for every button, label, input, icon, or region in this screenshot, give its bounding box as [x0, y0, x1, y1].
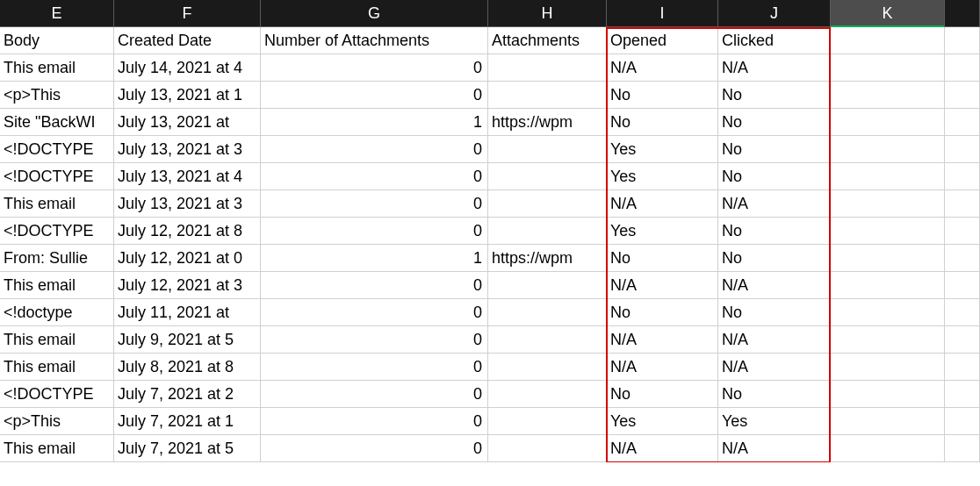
- cell[interactable]: July 8, 2021 at 8: [114, 354, 261, 381]
- column-header-E[interactable]: E: [0, 0, 114, 27]
- cell[interactable]: This email: [0, 354, 114, 381]
- cell[interactable]: [945, 245, 980, 272]
- cell[interactable]: [831, 435, 945, 462]
- cell[interactable]: [831, 326, 945, 354]
- cell[interactable]: [945, 136, 980, 163]
- cell[interactable]: <!DOCTYPE: [0, 218, 114, 245]
- cell[interactable]: Yes: [607, 408, 718, 435]
- cell[interactable]: [945, 408, 980, 435]
- cell[interactable]: [831, 136, 945, 163]
- cell[interactable]: No: [718, 136, 831, 163]
- cell[interactable]: [831, 218, 945, 245]
- cell[interactable]: 0: [261, 54, 488, 82]
- cell[interactable]: [488, 82, 607, 109]
- cell[interactable]: [488, 408, 607, 435]
- cell[interactable]: Yes: [718, 408, 831, 435]
- cell[interactable]: N/A: [718, 190, 831, 218]
- cell[interactable]: N/A: [607, 190, 718, 218]
- cell[interactable]: [945, 163, 980, 190]
- cell[interactable]: N/A: [718, 435, 831, 462]
- cell[interactable]: N/A: [607, 435, 718, 462]
- cell[interactable]: [831, 245, 945, 272]
- cell[interactable]: 0: [261, 163, 488, 190]
- cell[interactable]: July 12, 2021 at 0: [114, 245, 261, 272]
- cell[interactable]: 0: [261, 435, 488, 462]
- cell[interactable]: Opened: [607, 27, 718, 54]
- cell[interactable]: 0: [261, 218, 488, 245]
- cell[interactable]: No: [718, 299, 831, 326]
- cell[interactable]: [831, 109, 945, 136]
- cell[interactable]: Site "BackWI: [0, 109, 114, 136]
- cell[interactable]: [831, 272, 945, 299]
- cell[interactable]: [488, 354, 607, 381]
- cell[interactable]: [831, 408, 945, 435]
- cell[interactable]: N/A: [607, 354, 718, 381]
- cell[interactable]: No: [607, 381, 718, 408]
- cell[interactable]: N/A: [607, 272, 718, 299]
- cell[interactable]: 0: [261, 326, 488, 354]
- cell[interactable]: [831, 381, 945, 408]
- cell[interactable]: [945, 218, 980, 245]
- cell[interactable]: No: [718, 245, 831, 272]
- cell[interactable]: No: [718, 381, 831, 408]
- column-header-partial[interactable]: [945, 0, 980, 27]
- cell[interactable]: July 12, 2021 at 8: [114, 218, 261, 245]
- cell[interactable]: [488, 136, 607, 163]
- cell[interactable]: Yes: [607, 136, 718, 163]
- cell[interactable]: No: [718, 218, 831, 245]
- cell[interactable]: <p>This: [0, 82, 114, 109]
- cell[interactable]: Created Date: [114, 27, 261, 54]
- cell[interactable]: July 7, 2021 at 2: [114, 381, 261, 408]
- cell[interactable]: N/A: [718, 54, 831, 82]
- column-header-G[interactable]: G: [261, 0, 488, 27]
- cell[interactable]: No: [718, 163, 831, 190]
- cell[interactable]: N/A: [718, 326, 831, 354]
- cell[interactable]: <p>This: [0, 408, 114, 435]
- cell[interactable]: [945, 326, 980, 354]
- cell[interactable]: 0: [261, 136, 488, 163]
- cell[interactable]: [488, 163, 607, 190]
- cell[interactable]: [945, 435, 980, 462]
- cell[interactable]: 0: [261, 408, 488, 435]
- cell[interactable]: [488, 435, 607, 462]
- cell[interactable]: 0: [261, 299, 488, 326]
- column-header-F[interactable]: F: [114, 0, 261, 27]
- cell[interactable]: Yes: [607, 218, 718, 245]
- cell[interactable]: [831, 82, 945, 109]
- cell[interactable]: Body: [0, 27, 114, 54]
- cell[interactable]: No: [607, 82, 718, 109]
- cell[interactable]: This email: [0, 435, 114, 462]
- column-header-H[interactable]: H: [488, 0, 607, 27]
- cell[interactable]: Yes: [607, 163, 718, 190]
- cell[interactable]: [945, 299, 980, 326]
- cell[interactable]: [488, 190, 607, 218]
- cell[interactable]: This email: [0, 272, 114, 299]
- cell[interactable]: No: [607, 109, 718, 136]
- cell[interactable]: No: [718, 109, 831, 136]
- cell[interactable]: 0: [261, 82, 488, 109]
- cell[interactable]: N/A: [607, 326, 718, 354]
- cell[interactable]: [488, 299, 607, 326]
- cell[interactable]: Clicked: [718, 27, 831, 54]
- cell[interactable]: https://wpm: [488, 109, 607, 136]
- cell[interactable]: <!DOCTYPE: [0, 163, 114, 190]
- cell[interactable]: 0: [261, 190, 488, 218]
- cell[interactable]: No: [607, 245, 718, 272]
- cell[interactable]: [488, 218, 607, 245]
- cell[interactable]: N/A: [718, 272, 831, 299]
- cell[interactable]: [945, 272, 980, 299]
- cell[interactable]: [945, 82, 980, 109]
- cell[interactable]: N/A: [718, 354, 831, 381]
- cell[interactable]: July 7, 2021 at 1: [114, 408, 261, 435]
- cell[interactable]: [831, 27, 945, 54]
- cell[interactable]: July 12, 2021 at 3: [114, 272, 261, 299]
- cell[interactable]: [945, 190, 980, 218]
- cell[interactable]: [488, 326, 607, 354]
- cell[interactable]: This email: [0, 54, 114, 82]
- cell[interactable]: No: [718, 82, 831, 109]
- cell[interactable]: July 13, 2021 at: [114, 109, 261, 136]
- cell[interactable]: Attachments: [488, 27, 607, 54]
- cell[interactable]: This email: [0, 190, 114, 218]
- cell[interactable]: [831, 54, 945, 82]
- column-header-I[interactable]: I: [607, 0, 718, 27]
